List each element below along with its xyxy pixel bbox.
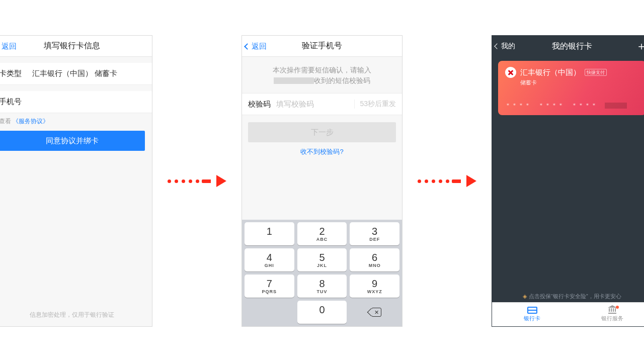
resend-countdown: 53秒后重发 xyxy=(354,100,396,109)
phone-row[interactable]: 手机号 xyxy=(0,91,152,113)
agreement-link[interactable]: 《服务协议》 xyxy=(13,118,49,125)
key-number: 4 xyxy=(267,252,272,262)
back-label: 我的 xyxy=(501,42,515,51)
chevron-left-icon xyxy=(244,43,251,50)
key-number: 2 xyxy=(319,226,325,236)
key-number: 1 xyxy=(267,226,272,236)
code-input[interactable]: 填写校验码 xyxy=(276,100,354,109)
key-number: 9 xyxy=(372,279,377,289)
key-letters: DEF xyxy=(369,237,380,242)
page-title: 填写银行卡信息 xyxy=(0,41,152,51)
key-letters: MNO xyxy=(369,263,381,268)
agree-bind-button[interactable]: 同意协议并绑卡 xyxy=(0,131,145,151)
chevron-left-icon xyxy=(494,43,500,49)
agreement-prefix: 查看 xyxy=(0,118,11,125)
next-button[interactable]: 下一步 xyxy=(248,122,396,142)
keypad-key-2[interactable]: 2ABC xyxy=(297,222,347,245)
bank-card[interactable]: 汇丰银行（中国） 快捷支付 储蓄卡 ＊＊＊＊ ＊＊＊＊ ＊＊＊＊ xyxy=(498,61,644,115)
keypad-key-9[interactable]: 9WXYZ xyxy=(350,275,399,298)
keypad-key-3[interactable]: 3DEF xyxy=(350,222,399,245)
key-number: 8 xyxy=(319,279,325,289)
agreement-hint: 查看 《服务协议》 xyxy=(0,113,152,128)
flow-arrow xyxy=(168,175,226,187)
keypad-key-8[interactable]: 8TUV xyxy=(297,275,347,298)
keypad-key-6[interactable]: 6MNO xyxy=(350,248,399,272)
screen-fill-card-info: 返回 填写银行卡信息 卡类型 汇丰银行（中国） 储蓄卡 手机号 查看 《服务协议… xyxy=(0,35,152,327)
key-number: 6 xyxy=(372,252,377,262)
keypad-backspace[interactable]: ✕ xyxy=(350,301,399,324)
navbar: 返回 填写银行卡信息 xyxy=(0,36,152,57)
tab-bank-cards[interactable]: 银行卡 xyxy=(492,303,572,326)
tab-bar: 银行卡 银行服务 xyxy=(492,302,644,326)
key-number: 0 xyxy=(319,305,325,315)
bank-name: 汇丰银行（中国） xyxy=(520,68,581,77)
back-label: 返回 xyxy=(2,42,17,51)
insurance-hint[interactable]: ◈点击投保“银行卡安全险”，用卡更安心 xyxy=(492,293,644,300)
redacted-phone xyxy=(274,77,314,84)
chevron-left-icon xyxy=(0,43,1,50)
card-type-value: 汇丰银行（中国） 储蓄卡 xyxy=(32,69,145,78)
quickpay-badge: 快捷支付 xyxy=(585,69,607,76)
redacted-last4 xyxy=(605,103,627,109)
code-label: 校验码 xyxy=(248,100,276,109)
key-letters: TUV xyxy=(316,289,327,294)
key-number: 3 xyxy=(372,226,377,236)
encryption-hint: 信息加密处理，仅用于银行验证 xyxy=(0,311,152,319)
key-number: 7 xyxy=(267,279,272,289)
code-row: 校验码 填写校验码 53秒后重发 xyxy=(242,93,402,115)
bank-icon xyxy=(607,307,617,314)
keypad-key-5[interactable]: 5JKL xyxy=(297,248,347,272)
key-letters: WXYZ xyxy=(367,289,382,294)
plus-icon: ＋ xyxy=(636,39,644,54)
card-type-label: 卡类型 xyxy=(0,69,32,78)
key-letters: JKL xyxy=(317,263,327,268)
tab-label: 银行服务 xyxy=(601,315,623,322)
key-letters: ABC xyxy=(316,237,328,242)
card-icon xyxy=(527,307,537,314)
card-number-masked: ＊＊＊＊ ＊＊＊＊ ＊＊＊＊ xyxy=(505,102,639,109)
hsbc-logo-icon xyxy=(505,67,516,78)
screen-my-cards: 我的 我的银行卡 ＋ 汇丰银行（中国） 快捷支付 储蓄卡 ＊＊＊＊ xyxy=(492,35,644,327)
shield-icon: ◈ xyxy=(523,293,527,299)
key-letters: PQRS xyxy=(262,289,277,294)
back-button[interactable]: 返回 xyxy=(245,36,267,57)
card-type: 储蓄卡 xyxy=(520,79,639,86)
navbar: 返回 验证手机号 xyxy=(242,36,402,57)
help-link[interactable]: 收不到校验码? xyxy=(242,147,402,156)
keypad-blank xyxy=(245,301,294,324)
keypad-key-1[interactable]: 1 xyxy=(245,222,294,245)
back-button[interactable]: 我的 xyxy=(495,36,515,57)
keypad-key-7[interactable]: 7PQRS xyxy=(245,275,294,298)
navbar: 我的 我的银行卡 ＋ xyxy=(492,36,644,57)
flow-arrow xyxy=(418,175,476,187)
keypad-key-0[interactable]: 0 xyxy=(297,301,347,324)
verify-message: 本次操作需要短信确认，请输入 收到的短信校验码 xyxy=(242,57,402,93)
tab-bank-services[interactable]: 银行服务 xyxy=(572,303,644,326)
keypad-key-4[interactable]: 4GHI xyxy=(245,248,294,272)
backspace-icon: ✕ xyxy=(368,308,381,317)
key-number: 5 xyxy=(319,252,325,262)
phone-label: 手机号 xyxy=(0,97,32,107)
back-button[interactable]: 返回 xyxy=(0,36,17,57)
screen-verify-phone: 返回 验证手机号 本次操作需要短信确认，请输入 收到的短信校验码 校验码 填写校… xyxy=(242,35,403,327)
back-label: 返回 xyxy=(252,42,267,51)
add-card-button[interactable]: ＋ xyxy=(636,36,644,57)
notification-dot-icon xyxy=(616,306,619,309)
card-type-row[interactable]: 卡类型 汇丰银行（中国） 储蓄卡 xyxy=(0,63,152,85)
tab-label: 银行卡 xyxy=(524,315,540,322)
numeric-keypad: 1 2ABC3DEF4GHI5JKL6MNO7PQRS8TUV9WXYZ0 ✕ xyxy=(242,220,402,326)
key-letters: GHI xyxy=(265,263,274,268)
